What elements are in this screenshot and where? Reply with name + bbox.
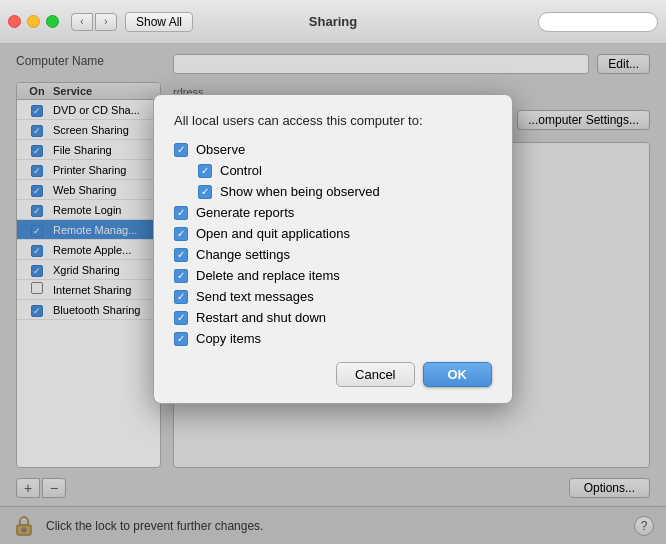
modal-item-label: Change settings bbox=[196, 247, 290, 262]
modal-item: Change settings bbox=[174, 247, 492, 262]
search-input[interactable] bbox=[547, 16, 649, 28]
modal-checkbox[interactable] bbox=[174, 143, 188, 157]
show-all-button[interactable]: Show All bbox=[125, 12, 193, 32]
modal-item: Generate reports bbox=[174, 205, 492, 220]
modal-checkbox[interactable] bbox=[198, 185, 212, 199]
modal-buttons: Cancel OK bbox=[174, 362, 492, 387]
nav-buttons: ‹ › bbox=[71, 13, 117, 31]
modal-item-label: Control bbox=[220, 163, 262, 178]
modal-item-label: Send text messages bbox=[196, 289, 314, 304]
modal-checkbox[interactable] bbox=[174, 248, 188, 262]
zoom-button[interactable] bbox=[46, 15, 59, 28]
modal-checkbox[interactable] bbox=[174, 332, 188, 346]
modal-item-label: Copy items bbox=[196, 331, 261, 346]
modal-item-label: Generate reports bbox=[196, 205, 294, 220]
modal-checkbox[interactable] bbox=[174, 311, 188, 325]
modal-items-container: ObserveControlShow when being observedGe… bbox=[174, 142, 492, 346]
modal-item: Show when being observed bbox=[174, 184, 492, 199]
close-button[interactable] bbox=[8, 15, 21, 28]
modal-overlay: All local users can access this computer… bbox=[0, 44, 666, 544]
traffic-lights bbox=[8, 15, 59, 28]
modal-item-label: Observe bbox=[196, 142, 245, 157]
modal-checkbox[interactable] bbox=[174, 206, 188, 220]
search-box bbox=[538, 12, 658, 32]
cancel-button[interactable]: Cancel bbox=[336, 362, 414, 387]
modal-dialog: All local users can access this computer… bbox=[153, 94, 513, 404]
modal-item-label: Show when being observed bbox=[220, 184, 380, 199]
modal-item: Control bbox=[174, 163, 492, 178]
modal-checkbox[interactable] bbox=[174, 227, 188, 241]
modal-checkbox[interactable] bbox=[174, 290, 188, 304]
modal-title: All local users can access this computer… bbox=[174, 113, 492, 128]
modal-item-label: Restart and shut down bbox=[196, 310, 326, 325]
minimize-button[interactable] bbox=[27, 15, 40, 28]
ok-button[interactable]: OK bbox=[423, 362, 493, 387]
back-button[interactable]: ‹ bbox=[71, 13, 93, 31]
modal-item-label: Delete and replace items bbox=[196, 268, 340, 283]
modal-checkbox[interactable] bbox=[174, 269, 188, 283]
title-bar: ‹ › Show All Sharing bbox=[0, 0, 666, 44]
modal-item: Send text messages bbox=[174, 289, 492, 304]
modal-item: Restart and shut down bbox=[174, 310, 492, 325]
modal-item: Observe bbox=[174, 142, 492, 157]
modal-item-label: Open and quit applications bbox=[196, 226, 350, 241]
modal-item: Delete and replace items bbox=[174, 268, 492, 283]
modal-item: Open and quit applications bbox=[174, 226, 492, 241]
main-content: Computer Name On Service DVD or CD Sha..… bbox=[0, 44, 666, 544]
window-title: Sharing bbox=[309, 14, 357, 29]
modal-checkbox[interactable] bbox=[198, 164, 212, 178]
modal-item: Copy items bbox=[174, 331, 492, 346]
forward-button[interactable]: › bbox=[95, 13, 117, 31]
